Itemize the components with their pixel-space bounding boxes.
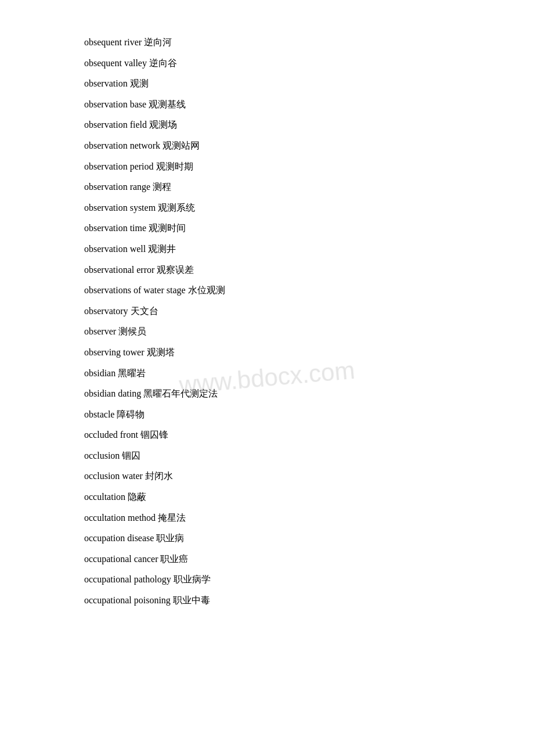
entry-chinese: 职业病学 [174, 574, 211, 584]
list-item: obsequent valley 逆向谷 [84, 56, 450, 71]
entry-chinese: 掩星法 [158, 513, 186, 523]
list-item: observations of water stage 水位观测 [84, 283, 450, 298]
entry-english: occluded front [84, 430, 140, 440]
list-item: observer 测候员 [84, 324, 450, 339]
entry-chinese: 隐蔽 [128, 492, 146, 502]
list-item: occupational cancer 职业癌 [84, 552, 450, 567]
list-item: observation system 观测系统 [84, 200, 450, 215]
list-item: observation base 观测基线 [84, 97, 450, 112]
entry-chinese: 黑曜石年代测定法 [143, 388, 218, 398]
entry-english: occupational poisoning [84, 595, 173, 605]
entry-english: observer [84, 326, 118, 336]
entry-english: observation range [84, 182, 153, 192]
list-item: observational error 观察误差 [84, 262, 450, 278]
entry-english: observation well [84, 244, 148, 254]
list-item: observation network 观测站网 [84, 138, 450, 153]
entry-english: occultation [84, 492, 128, 502]
entry-english: observation time [84, 223, 149, 233]
list-item: observation range 测程 [84, 179, 450, 195]
entry-chinese: 观测时间 [149, 223, 186, 233]
list-item: occultation method 掩星法 [84, 510, 450, 525]
list-item: observing tower 观测塔 [84, 345, 450, 360]
entry-chinese: 障碍物 [117, 409, 145, 419]
list-item: observation 观测 [84, 76, 450, 91]
entry-chinese: 观测井 [148, 244, 176, 254]
entry-english: obsequent valley [84, 58, 149, 68]
list-item: occultation 隐蔽 [84, 489, 450, 505]
entry-chinese: 观察误差 [157, 265, 194, 275]
entry-english: occlusion water [84, 471, 145, 481]
entry-chinese: 观测站网 [163, 141, 200, 150]
list-item: observatory 天文台 [84, 304, 450, 319]
entry-chinese: 观测 [130, 78, 149, 88]
entry-english: observatory [84, 306, 131, 316]
list-item: occlusion water 封闭水 [84, 469, 450, 484]
entry-chinese: 逆向河 [144, 37, 172, 47]
entry-chinese: 观测时期 [156, 161, 193, 171]
entry-chinese: 职业病 [156, 533, 184, 543]
entry-english: observation period [84, 161, 156, 171]
entry-english: occultation method [84, 513, 158, 523]
list-item: obstacle 障碍物 [84, 407, 450, 422]
list-item: obsidian 黑曜岩 [84, 366, 450, 381]
entry-chinese: 逆向谷 [149, 58, 177, 68]
entry-chinese: 水位观测 [188, 285, 225, 295]
entry-chinese: 封闭水 [145, 471, 173, 481]
entry-english: occupation disease [84, 533, 156, 543]
entry-english: observation base [84, 99, 149, 109]
entry-chinese: 锢囚锋 [140, 430, 168, 440]
entry-chinese: 观测基线 [149, 99, 186, 109]
entry-chinese: 天文台 [131, 306, 158, 316]
entry-english: observations of water stage [84, 285, 188, 295]
content-list: obsequent river 逆向河obsequent valley 逆向谷o… [84, 35, 450, 608]
entry-english: observational error [84, 265, 157, 275]
list-item: occupational pathology 职业病学 [84, 572, 450, 587]
entry-chinese: 职业癌 [160, 554, 188, 564]
entry-chinese: 测候员 [118, 326, 146, 336]
entry-english: observing tower [84, 347, 147, 357]
entry-english: obsidian dating [84, 388, 143, 398]
entry-english: observation network [84, 141, 163, 150]
list-item: occluded front 锢囚锋 [84, 427, 450, 442]
list-item: observation period 观测时期 [84, 159, 450, 174]
list-item: occlusion 锢囚 [84, 448, 450, 463]
entry-english: obsequent river [84, 37, 144, 47]
list-item: obsidian dating 黑曜石年代测定法 [84, 386, 450, 401]
list-item: observation time 观测时间 [84, 221, 450, 236]
entry-english: observation field [84, 120, 149, 129]
list-item: obsequent river 逆向河 [84, 35, 450, 50]
entry-english: occlusion [84, 451, 122, 460]
entry-chinese: 黑曜岩 [118, 368, 146, 378]
list-item: occupation disease 职业病 [84, 531, 450, 546]
entry-english: observation system [84, 203, 158, 213]
entry-chinese: 测程 [153, 182, 171, 192]
entry-english: obsidian [84, 368, 118, 378]
entry-chinese: 锢囚 [122, 451, 140, 460]
entry-chinese: 职业中毒 [173, 595, 210, 605]
entry-english: obstacle [84, 409, 117, 419]
entry-english: observation [84, 78, 130, 88]
entry-english: occupational cancer [84, 554, 160, 564]
entry-chinese: 观测系统 [158, 203, 195, 213]
entry-chinese: 观测场 [149, 120, 177, 129]
list-item: observation well 观测井 [84, 242, 450, 257]
entry-chinese: 观测塔 [147, 347, 175, 357]
list-item: occupational poisoning 职业中毒 [84, 593, 450, 608]
list-item: observation field 观测场 [84, 117, 450, 132]
entry-english: occupational pathology [84, 574, 174, 584]
